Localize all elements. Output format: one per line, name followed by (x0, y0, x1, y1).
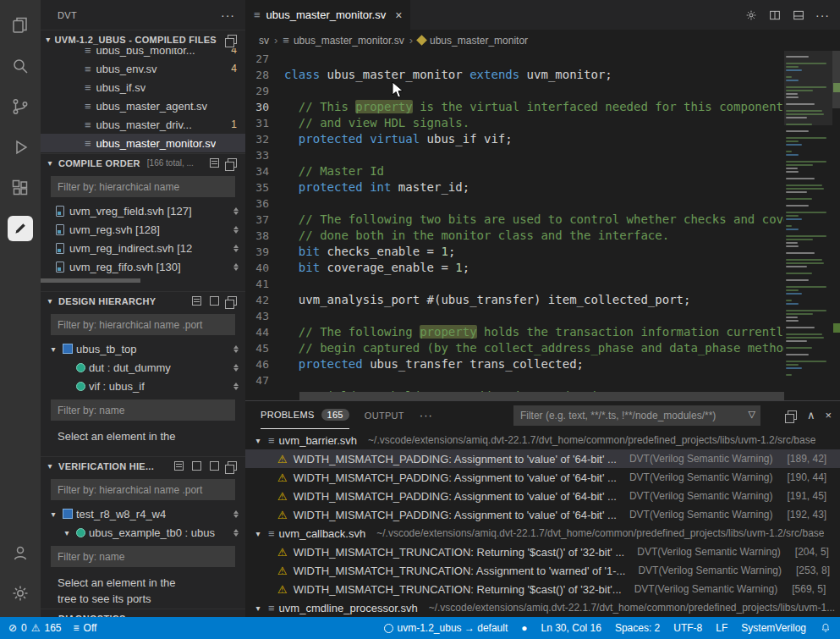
code-line[interactable]: 44 // The following property holds the t… (245, 324, 784, 340)
layout-panel-icon[interactable] (792, 8, 805, 22)
compiled-file-item[interactable]: ≡ubus_master_agent.sv (41, 96, 245, 115)
design-hierarchy-filter-input[interactable] (51, 314, 235, 335)
breadcrumb-folder[interactable]: sv (259, 35, 269, 47)
split-editor-icon[interactable] (768, 8, 782, 22)
code-line[interactable]: 43 (245, 308, 784, 324)
collapse-all-icon[interactable] (228, 35, 237, 44)
compiled-file-item[interactable]: ≡ubus_master_monitor.sv (41, 134, 245, 152)
hierarchy-item[interactable]: vif : ubus_if (41, 377, 245, 395)
verification-hierarchy-filter-input[interactable] (51, 479, 235, 500)
code-line[interactable]: 32 protected virtual ubus_if vif; (245, 131, 784, 147)
code-line[interactable]: 27 (245, 51, 784, 67)
export-list-icon[interactable] (210, 158, 219, 168)
code-line[interactable]: 45 // begin captured (by the collect_add… (245, 340, 784, 356)
problem-file-row[interactable]: ▾≡uvm_cmdline_processor.svh~/.vscode/ext… (245, 598, 840, 617)
problem-row[interactable]: ⚠WIDTH_MISMATCH_TRUNCATION: Assignment t… (245, 561, 840, 580)
code-line[interactable]: 28class ubus_master_monitor extends uvm_… (245, 67, 784, 83)
code-line[interactable]: 35 protected int master_id; (245, 179, 784, 196)
compiled-file-item[interactable]: ≡ubus_env.sv4 (41, 59, 245, 78)
dvt-tools-icon[interactable] (0, 208, 41, 249)
eol-status[interactable]: LF (716, 622, 727, 634)
horizontal-scrollbar[interactable] (41, 278, 140, 283)
section-diagnostics[interactable]: ▾ DIAGNOSTICS (41, 609, 245, 617)
breadcrumb-file[interactable]: ≡ ubus_master_monitor.sv (283, 34, 404, 47)
hierarchy-item[interactable]: ▾ubus_tb_top (41, 339, 245, 358)
maximize-panel-icon[interactable]: ∧ (807, 409, 815, 421)
hierarchy-item[interactable]: dut : dut_dummy (41, 358, 245, 377)
compiled-file-item[interactable]: ≡ubus_if.sv (41, 78, 245, 96)
dvt-project-status[interactable]: uvm-1.2_ubus → default (384, 622, 508, 634)
code-line[interactable]: 39 bit checks_enable = 1; (245, 244, 784, 260)
code-line[interactable]: 33 (245, 147, 784, 163)
code-line[interactable]: 30 // This property is the virtual inter… (245, 99, 784, 115)
code-editor[interactable]: 2728class ubus_master_monitor extends uv… (245, 51, 840, 400)
link-editor-icon[interactable] (210, 461, 219, 471)
source-control-icon[interactable] (0, 86, 41, 127)
search-icon[interactable] (0, 46, 41, 86)
section-compile-order[interactable]: ▾ COMPILE ORDER [166 total, ... (41, 153, 245, 172)
close-tab-icon[interactable]: × (395, 8, 402, 22)
account-icon[interactable] (0, 532, 41, 573)
link-editor-icon[interactable] (210, 296, 219, 306)
compile-order-item[interactable]: uvm_reg_fifo.svh [130] (41, 257, 245, 276)
horizontal-scrollbar[interactable] (299, 392, 784, 400)
vertical-scrollbar[interactable] (832, 51, 840, 108)
code-line[interactable]: 37 // The following two bits are used to… (245, 212, 784, 228)
problem-row[interactable]: ⚠WIDTH_MISMATCH_TRUNCATION: Returning '$… (245, 543, 840, 561)
code-line[interactable]: 40 bit coverage_enable = 1; (245, 260, 784, 276)
hierarchy-item[interactable]: ▾test_r8_w8_r4_w4 (41, 504, 245, 523)
problem-row[interactable]: ⚠WIDTH_MISMATCH_PADDING: Assignment to '… (245, 449, 840, 468)
compile-order-item[interactable]: uvm_reg_indirect.svh [12 (41, 239, 245, 257)
collapse-all-icon[interactable] (228, 296, 237, 306)
code-line[interactable]: 41 (245, 276, 784, 292)
extensions-icon[interactable] (0, 168, 41, 208)
problems-filter-input[interactable] (513, 405, 760, 426)
problem-row[interactable]: ⚠WIDTH_MISMATCH_PADDING: Assignment to '… (245, 505, 840, 524)
compiled-file-item[interactable]: ≡ubus_bus_monitor...4 (41, 48, 245, 59)
hierarchy-view-icon[interactable] (192, 296, 201, 306)
filter-funnel-icon[interactable]: ▽ (748, 409, 755, 420)
collapse-all-icon[interactable] (228, 158, 237, 168)
code-line[interactable]: 47 (245, 372, 784, 388)
tab-ubus-master-monitor[interactable]: ≡ ubus_master_monitor.sv × (245, 0, 410, 30)
minimap[interactable] (784, 51, 832, 392)
cursor-position[interactable]: Ln 30, Col 16 (541, 622, 601, 634)
code-line[interactable]: 34 // Master Id (245, 163, 784, 179)
code-line[interactable]: 38 // done both in the monitor class and… (245, 228, 784, 244)
more-panel-tabs-icon[interactable]: ··· (420, 409, 433, 421)
compiled-file-item[interactable]: ≡ubus_master_driv...1 (41, 115, 245, 134)
explorer-icon[interactable] (0, 5, 41, 46)
tab-problems[interactable]: PROBLEMS 165 (261, 401, 349, 429)
close-panel-icon[interactable]: × (825, 409, 832, 421)
settings-gear-icon[interactable] (0, 573, 41, 614)
more-actions-icon[interactable]: ··· (815, 8, 830, 22)
collapse-all-icon[interactable] (228, 461, 237, 471)
compile-order-item[interactable]: uvm_reg.svh [128] (41, 220, 245, 239)
code-line[interactable]: 29 (245, 83, 784, 99)
breadcrumb-class[interactable]: ubus_master_monitor (418, 35, 528, 47)
encoding-status[interactable]: UTF-8 (673, 622, 702, 634)
problem-file-row[interactable]: ▾≡uvm_callback.svh~/.vscode/extensions/a… (245, 524, 840, 543)
problem-row[interactable]: ⚠WIDTH_MISMATCH_PADDING: Assignment to '… (245, 468, 840, 487)
compile-order-filter-input[interactable] (51, 176, 235, 197)
lint-status[interactable]: ≡ Off (74, 622, 97, 634)
problem-row[interactable]: ⚠WIDTH_MISMATCH_PADDING: Assignment to '… (245, 487, 840, 505)
code-line[interactable]: 36 (245, 196, 784, 212)
section-verification-hierarchy[interactable]: ▾ VERIFICATION HIE... (41, 456, 245, 475)
section-compiled-files[interactable]: ▾ UVM-1.2_UBUS - COMPILED FILES (41, 30, 245, 48)
compile-order-item[interactable]: uvm_vreg_field.svh [127] (41, 201, 245, 220)
code-line[interactable]: 42 uvm_analysis_port #(ubus_transfer) it… (245, 292, 784, 308)
problems-status[interactable]: ⊘ 0 ⚠ 165 (8, 622, 62, 634)
tab-output[interactable]: OUTPUT (365, 401, 404, 429)
analysis-status-dot-icon[interactable]: ● (521, 622, 527, 634)
language-status[interactable]: SystemVerilog (741, 622, 806, 634)
section-design-hierarchy[interactable]: ▾ DESIGN HIERARCHY (41, 291, 245, 310)
build-settings-gear-icon[interactable] (744, 8, 758, 22)
run-debug-icon[interactable] (0, 127, 41, 168)
group-elements-icon[interactable] (192, 461, 201, 471)
notifications-bell-icon[interactable] (820, 622, 832, 634)
hierarchy-view-icon[interactable] (174, 461, 184, 471)
verification-ports-filter-input[interactable] (51, 546, 235, 567)
more-actions-icon[interactable]: ··· (221, 8, 235, 22)
code-line[interactable]: 31 // and view HDL signals. (245, 115, 784, 131)
